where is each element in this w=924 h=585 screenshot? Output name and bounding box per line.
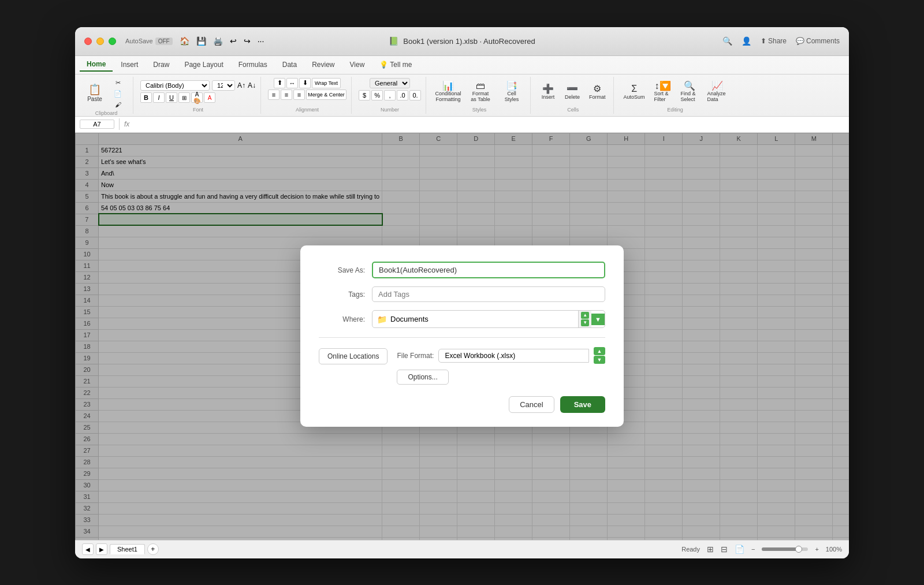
view-normal-icon[interactable]: ⊞ <box>707 545 714 554</box>
format-up-arrow[interactable]: ▲ <box>594 347 605 355</box>
formula-input[interactable] <box>134 120 844 128</box>
format-painter-button[interactable]: 🖌 <box>107 100 128 109</box>
fullscreen-button[interactable] <box>109 38 116 45</box>
folder-icon: 📁 <box>377 315 387 324</box>
fill-color-button[interactable]: A🎨 <box>191 92 203 103</box>
cancel-button[interactable]: Cancel <box>509 396 554 413</box>
where-up-arrow[interactable]: ▲ <box>581 312 589 319</box>
bold-button[interactable]: B <box>140 92 152 103</box>
print-icon[interactable]: 🖨️ <box>213 36 223 46</box>
tab-review[interactable]: Review <box>305 58 341 71</box>
home-icon[interactable]: 🏠 <box>180 36 189 46</box>
where-selector[interactable]: 📁 Documents ▲ ▼ ▼ <box>372 310 605 328</box>
add-sheet-button[interactable]: + <box>147 543 159 555</box>
account-icon[interactable]: 👤 <box>742 36 751 46</box>
zoom-plus-icon[interactable]: + <box>815 546 818 553</box>
copy-button[interactable]: 📄 <box>107 89 128 99</box>
save-icon[interactable]: 💾 <box>196 36 206 46</box>
align-right-button[interactable]: ≡ <box>293 90 305 100</box>
number-group-label: Number <box>381 107 399 113</box>
conditional-formatting-button[interactable]: 📊 Conditional Formatting <box>433 79 463 105</box>
close-button[interactable] <box>84 38 92 45</box>
align-left-button[interactable]: ≡ <box>268 90 280 100</box>
increase-decimal-button[interactable]: .0 <box>397 90 408 100</box>
wrap-text-button[interactable]: Wrap Text <box>312 78 341 88</box>
tab-insert[interactable]: Insert <box>114 58 145 71</box>
tab-draw[interactable]: Draw <box>146 58 176 71</box>
font-shrink-icon[interactable]: A↓ <box>248 81 256 90</box>
search-icon[interactable]: 🔍 <box>722 36 732 46</box>
decrease-decimal-button[interactable]: 0. <box>409 90 421 100</box>
paste-button[interactable]: 📋 Paste <box>84 83 105 104</box>
format-down-arrow[interactable]: ▼ <box>594 356 605 364</box>
tab-tell-me[interactable]: 💡 Tell me <box>372 58 419 71</box>
currency-button[interactable]: $ <box>359 90 370 100</box>
delete-button[interactable]: ➖ Delete <box>562 81 583 102</box>
sort-filter-button[interactable]: ↕🔽 Sort & Filter <box>651 79 675 105</box>
share-icon: ⬆ <box>761 37 766 45</box>
redo-icon[interactable]: ↪ <box>244 36 251 46</box>
align-bottom-button[interactable]: ⬇ <box>299 78 311 88</box>
formula-bar: A7 fx <box>75 117 849 133</box>
zoom-thumb[interactable] <box>795 546 802 553</box>
tab-home[interactable]: Home <box>80 58 113 72</box>
comments-button[interactable]: 💬 Comments <box>796 37 840 45</box>
find-select-button[interactable]: 🔍 Find & Select <box>678 79 701 105</box>
ribbon-group-alignment: ⬆ ↔ ⬇ Wrap Text ≡ ≡ ≡ Merge & Center Ali… <box>263 77 352 114</box>
font-name-select[interactable]: Calibri (Body) <box>140 80 210 91</box>
align-group-content: ⬆ ↔ ⬇ Wrap Text ≡ ≡ ≡ Merge & Center <box>268 78 346 106</box>
scroll-right-button[interactable]: ▶ <box>96 543 107 555</box>
view-page-break-icon[interactable]: ⊟ <box>721 545 728 554</box>
view-page-layout-icon[interactable]: 📄 <box>735 545 744 554</box>
tab-formulas[interactable]: Formulas <box>232 58 274 71</box>
undo-icon[interactable]: ↩ <box>230 36 237 46</box>
insert-button[interactable]: ➕ Insert <box>538 81 558 102</box>
borders-button[interactable]: ⊞ <box>178 92 190 103</box>
save-button[interactable]: Save <box>560 396 605 413</box>
font-grow-icon[interactable]: A↑ <box>237 81 245 90</box>
cell-styles-button[interactable]: 📑 Cell Styles <box>498 79 526 105</box>
where-dropdown[interactable]: ▼ <box>591 314 605 325</box>
underline-button[interactable]: U <box>166 92 177 103</box>
options-button[interactable]: Options... <box>397 370 448 385</box>
font-controls: Calibri (Body) 12 A↑ A↓ B I <box>140 80 256 103</box>
more-icon[interactable]: ··· <box>258 36 264 46</box>
save-as-input[interactable] <box>372 262 605 278</box>
zoom-minus-icon[interactable]: − <box>751 546 755 553</box>
align-top-button[interactable]: ⬆ <box>274 78 285 88</box>
percent-button[interactable]: % <box>371 90 383 100</box>
save-as-row: Save As: <box>319 262 605 278</box>
tab-page-layout[interactable]: Page Layout <box>177 58 230 71</box>
cut-button[interactable]: ✂ <box>107 78 128 88</box>
tab-view[interactable]: View <box>343 58 372 71</box>
number-format-select[interactable]: General <box>370 78 410 88</box>
file-format-input[interactable] <box>438 349 589 363</box>
where-down-arrow[interactable]: ▼ <box>581 319 589 326</box>
font-size-select[interactable]: 12 <box>212 80 235 91</box>
tab-data[interactable]: Data <box>275 58 304 71</box>
align-middle-button[interactable]: ↔ <box>286 78 298 88</box>
align-center-button[interactable]: ≡ <box>281 90 292 100</box>
cell-ref-input[interactable]: A7 <box>80 120 114 129</box>
font-color-button[interactable]: A <box>204 92 215 103</box>
paste-icon: 📋 <box>88 84 101 95</box>
number-format-row: $ % , .0 0. <box>359 90 421 100</box>
merge-center-button[interactable]: Merge & Center <box>306 90 346 100</box>
format-button[interactable]: ⚙ Format <box>586 81 609 102</box>
sum-button[interactable]: Σ AutoSum <box>621 82 648 102</box>
mac-window: AutoSave OFF 🏠 💾 🖨️ ↩ ↪ ··· 📗 Book1 (ver… <box>75 27 849 558</box>
scroll-left-button[interactable]: ◀ <box>82 543 94 555</box>
styles-group-label: Styles <box>472 107 487 113</box>
analyze-data-button[interactable]: 📈 Analyze Data <box>705 79 730 105</box>
minimize-button[interactable] <box>96 38 104 45</box>
share-button[interactable]: ⬆ Share <box>761 37 787 45</box>
tags-input[interactable] <box>372 286 605 302</box>
italic-button[interactable]: I <box>153 92 165 103</box>
comma-button[interactable]: , <box>384 90 396 100</box>
sheet1-tab[interactable]: Sheet1 <box>110 544 145 554</box>
cells-group-content: ➕ Insert ➖ Delete ⚙ Format <box>538 78 609 106</box>
font-row-1: Calibri (Body) 12 A↑ A↓ <box>140 80 256 91</box>
zoom-slider[interactable] <box>762 547 808 551</box>
online-locations-button[interactable]: Online Locations <box>319 348 388 364</box>
format-as-table-button[interactable]: 🗃 Format as Table <box>467 79 494 105</box>
